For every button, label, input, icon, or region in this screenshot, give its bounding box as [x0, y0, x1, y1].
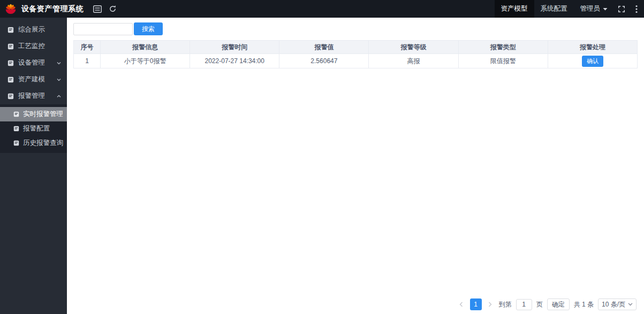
- page-number-button[interactable]: 1: [470, 298, 482, 310]
- sidebar-item-alarm-mgmt[interactable]: 报警管理: [0, 88, 67, 104]
- document-icon: [13, 126, 19, 132]
- sidebar-item-device-mgmt[interactable]: 设备管理: [0, 55, 67, 71]
- goto-label: 到第: [499, 300, 512, 309]
- cell-value: 2.560647: [279, 54, 369, 68]
- page-size-select[interactable]: 10 条/页: [598, 298, 637, 310]
- document-icon: [7, 76, 14, 83]
- total-count-label: 共 1 条: [574, 300, 594, 309]
- topnav-asset-model[interactable]: 资产模型: [495, 0, 534, 18]
- user-menu[interactable]: 管理员: [574, 0, 615, 18]
- brand: 设备资产管理系统: [0, 3, 90, 16]
- cell-index: 1: [74, 54, 101, 68]
- col-header-info: 报警信息: [101, 41, 190, 54]
- document-icon: [7, 60, 14, 66]
- more-vertical-icon[interactable]: [629, 0, 644, 18]
- sidebar-item-asset-modeling[interactable]: 资产建模: [0, 71, 67, 88]
- menu-list-icon[interactable]: [90, 0, 105, 18]
- search-button[interactable]: 搜索: [134, 22, 163, 35]
- cell-level: 高报: [369, 54, 458, 68]
- sidebar-item-label: 工艺监控: [18, 42, 45, 51]
- refresh-icon[interactable]: [105, 0, 120, 18]
- table-row: 1 小于等于0报警 2022-07-27 14:34:00 2.560647 高…: [74, 54, 638, 68]
- next-page-icon[interactable]: [486, 298, 495, 310]
- cell-type: 限值报警: [458, 54, 548, 68]
- chevron-down-icon: [603, 7, 608, 11]
- alarm-table: 序号 报警信息 报警时间 报警值 报警等级 报警类型 报警处理 1 小于等于0报…: [73, 40, 638, 68]
- chevron-down-icon: [628, 303, 633, 306]
- pagination: 1 到第 页 确定 共 1 条 10 条/页: [457, 298, 637, 310]
- table-header-row: 序号 报警信息 报警时间 报警值 报警等级 报警类型 报警处理: [74, 41, 638, 54]
- topbar: 设备资产管理系统 资产模型 系统配置 管理员: [0, 0, 644, 18]
- col-header-action: 报警处理: [548, 41, 637, 54]
- document-icon: [7, 43, 14, 50]
- col-header-index: 序号: [74, 41, 101, 54]
- cell-time: 2022-07-27 14:34:00: [190, 54, 279, 68]
- chevron-up-icon: [56, 94, 62, 99]
- chevron-down-icon: [56, 77, 62, 82]
- app-title: 设备资产管理系统: [21, 4, 84, 14]
- page-size-value: 10 条/页: [602, 300, 625, 309]
- submenu-item-label: 报警配置: [23, 124, 50, 133]
- prev-page-icon[interactable]: [457, 298, 466, 310]
- sidebar-item-overview[interactable]: 综合展示: [0, 21, 67, 38]
- cell-action: 确认: [548, 54, 637, 68]
- sidebar-item-process-monitor[interactable]: 工艺监控: [0, 38, 67, 55]
- col-header-value: 报警值: [279, 41, 369, 54]
- search-row: 搜索: [73, 22, 638, 35]
- search-input[interactable]: [73, 23, 133, 35]
- sidebar: 综合展示 工艺监控 设备管理 资产建模: [0, 18, 67, 314]
- goto-page-input[interactable]: [516, 299, 532, 310]
- document-icon: [13, 111, 19, 117]
- col-header-level: 报警等级: [369, 41, 458, 54]
- col-header-time: 报警时间: [190, 41, 279, 54]
- page-label: 页: [536, 300, 543, 309]
- topbar-right: 资产模型 系统配置 管理员: [495, 0, 644, 18]
- app-logo-icon: [4, 3, 17, 16]
- cell-info: 小于等于0报警: [101, 54, 190, 68]
- sidebar-item-label: 设备管理: [18, 58, 45, 67]
- sidebar-item-alarm-config[interactable]: 报警配置: [0, 121, 67, 136]
- alarm-submenu: 实时报警管理 报警配置 历史报警查询: [0, 104, 67, 153]
- col-header-type: 报警类型: [458, 41, 548, 54]
- sidebar-item-label: 资产建模: [18, 75, 45, 84]
- fullscreen-icon[interactable]: [614, 0, 629, 18]
- topnav-system-config[interactable]: 系统配置: [534, 0, 574, 18]
- main-content: 搜索 序号 报警信息 报警时间 报警值 报警等级 报警类型 报警处理: [67, 18, 644, 314]
- document-icon: [7, 27, 14, 33]
- sidebar-item-realtime-alarm[interactable]: 实时报警管理: [0, 107, 67, 121]
- submenu-item-label: 实时报警管理: [23, 110, 63, 119]
- confirm-alarm-button[interactable]: 确认: [582, 56, 603, 67]
- goto-confirm-button[interactable]: 确定: [547, 298, 570, 310]
- document-icon: [13, 140, 19, 146]
- sidebar-item-label: 综合展示: [18, 25, 45, 34]
- user-name: 管理员: [580, 4, 601, 13]
- sidebar-item-label: 报警管理: [18, 91, 45, 101]
- chevron-down-icon: [56, 60, 62, 66]
- submenu-item-label: 历史报警查询: [23, 139, 63, 148]
- sidebar-item-alarm-history[interactable]: 历史报警查询: [0, 136, 67, 150]
- document-icon: [7, 93, 14, 99]
